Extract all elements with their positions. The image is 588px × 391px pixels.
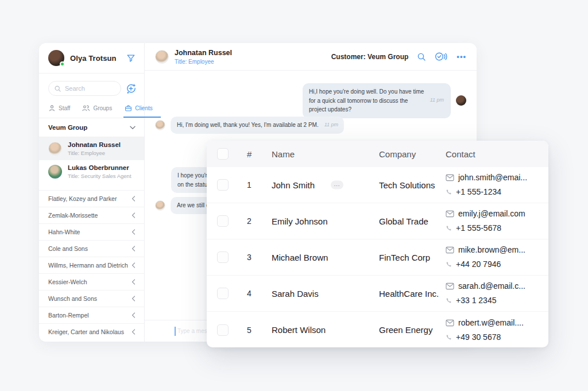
chevron-left-icon <box>131 246 136 251</box>
group-name: Veum Group <box>48 124 87 131</box>
phone-text[interactable]: +1 555-1234 <box>456 185 501 199</box>
message-time: 11 pm <box>430 96 444 104</box>
chevron-left-icon <box>131 312 136 318</box>
company-item[interactable]: Hahn-White <box>39 223 144 240</box>
contact-title: Title: Security Sales Agent <box>68 173 131 179</box>
message-outgoing: Hi,I hope you're doing well. Do you have… <box>303 83 466 118</box>
contact-cell: sarah.d@email.c... +33 1 2345 <box>446 279 538 308</box>
chevron-left-icon <box>131 329 136 335</box>
search-icon <box>54 85 61 92</box>
row-checkbox[interactable] <box>217 251 229 263</box>
company-name: Flatley, Kozey and Parker <box>48 195 117 202</box>
email-text[interactable]: mike.brown@em... <box>458 243 525 257</box>
column-header-company: Company <box>379 149 446 159</box>
new-chat-icon[interactable] <box>126 83 137 94</box>
sidebar: Olya Trotsun Search Staff <box>39 43 145 342</box>
tabs: Staff Groups Clients <box>39 100 144 118</box>
read-status-icon[interactable] <box>435 52 448 61</box>
tab-label: Groups <box>93 105 112 111</box>
row-checkbox[interactable] <box>217 324 229 336</box>
company-cell: Green Energy <box>379 325 446 335</box>
online-status-dot <box>60 61 65 67</box>
contact-cell: emily.j@email.com +1 555-5678 <box>446 207 538 235</box>
email-text[interactable]: sarah.d@email.c... <box>458 279 525 293</box>
company-item[interactable]: Barton-Rempel <box>39 307 144 323</box>
email-icon <box>446 246 454 254</box>
table-row: 4 Sarah Davis HealthCare Inc. sarah.d@em… <box>207 276 548 312</box>
message-text: Hi, I'm doing well, thank you! Yes, I'm … <box>177 121 319 130</box>
company-item[interactable]: Willms, Hermann and Dietrich <box>39 257 144 273</box>
filter-icon[interactable] <box>126 53 136 63</box>
row-number: 1 <box>247 180 272 189</box>
row-checkbox[interactable] <box>217 288 229 299</box>
contact-name-cell: John Smith... <box>272 180 379 190</box>
phone-text[interactable]: +49 30 5678 <box>456 330 501 344</box>
message-bubble: Hi, I'm doing well, thank you! Yes, I'm … <box>171 117 344 134</box>
column-header-name: Name <box>272 149 379 159</box>
contact-cell: mike.brown@em... +44 20 7946 <box>446 243 538 272</box>
row-menu-icon[interactable]: ... <box>331 181 343 189</box>
table-row: 1 John Smith... Tech Solutions john.smit… <box>207 167 548 203</box>
phone-icon <box>446 189 452 195</box>
customer-label: Customer: Veum Group <box>331 53 409 61</box>
search-chat-icon[interactable] <box>417 52 426 61</box>
company-name: Wunsch and Sons <box>48 295 97 302</box>
chevron-left-icon <box>131 296 136 301</box>
profile-name: Olya Trotsun <box>70 54 126 63</box>
search-input[interactable]: Search <box>48 81 121 96</box>
chevron-left-icon <box>131 212 136 218</box>
company-cell: FinTech Corp <box>379 253 446 262</box>
company-cell: Tech Solutions <box>379 180 446 190</box>
message-bubble: Hi,I hope you're doing well. Do you have… <box>303 83 451 118</box>
email-icon <box>446 174 454 181</box>
chat-contact-name: Johnatan Russel <box>175 49 232 57</box>
email-text[interactable]: robert.w@email.... <box>458 316 524 330</box>
phone-text[interactable]: +33 1 2345 <box>456 293 496 308</box>
email-text[interactable]: emily.j@email.com <box>458 207 525 221</box>
company-item[interactable]: Kessier-Welch <box>39 273 144 290</box>
avatar <box>48 165 62 179</box>
company-item[interactable]: Kreiger, Carter and Nikolaus <box>39 323 144 340</box>
phone-text[interactable]: +1 555-5678 <box>456 221 501 235</box>
email-text[interactable]: john.smith@emai... <box>458 171 527 185</box>
tab-staff[interactable]: Staff <box>48 104 70 118</box>
contact-cell: robert.w@email.... +49 30 5678 <box>446 316 538 344</box>
row-number: 2 <box>247 216 272 226</box>
phone-text[interactable]: +44 20 7946 <box>456 257 501 272</box>
phone-icon <box>446 297 452 304</box>
contact-cell: john.smith@emai... +1 555-1234 <box>446 171 538 199</box>
company-item[interactable]: Cole and Sons <box>39 240 144 257</box>
company-item[interactable]: Flatley, Kozey and Parker <box>39 190 144 207</box>
search-placeholder: Search <box>65 85 85 92</box>
company-item[interactable]: Wunsch and Sons <box>39 290 144 307</box>
company-name: Hahn-White <box>48 229 80 235</box>
row-number: 3 <box>247 253 272 262</box>
contact-name: Lukas Oberbrunner <box>68 164 131 172</box>
contact-name: Johnatan Russel <box>68 141 121 149</box>
contact-name-cell: Michael Brown <box>272 253 379 262</box>
company-cell: HealthCare Inc. <box>379 289 446 299</box>
row-number: 4 <box>247 289 272 298</box>
phone-icon <box>446 334 452 340</box>
contact-johnatan-russel[interactable]: Johnatan Russel Title: Employee <box>39 137 144 160</box>
tab-groups[interactable]: Groups <box>82 104 112 118</box>
chat-contact-title: Title: Employee <box>175 59 232 65</box>
company-item[interactable]: Zemlak-Morissette <box>39 207 144 223</box>
message-incoming: Hi, I'm doing well, thank you! Yes, I'm … <box>155 117 344 134</box>
chevron-left-icon <box>131 196 136 202</box>
contact-lukas-oberbrunner[interactable]: Lukas Oberbrunner Title: Security Sales … <box>39 160 144 183</box>
avatar <box>48 142 62 156</box>
chevron-down-icon <box>130 126 136 130</box>
chevron-left-icon <box>131 279 136 285</box>
column-header-contact: Contact <box>446 149 538 159</box>
more-options-icon[interactable]: ••• <box>457 53 466 60</box>
contact-name-cell: Sarah Davis <box>272 289 379 299</box>
group-header-veum-group[interactable]: Veum Group <box>39 118 144 137</box>
row-checkbox[interactable] <box>217 215 229 227</box>
avatar <box>48 50 64 66</box>
company-name: Barton-Rempel <box>48 312 89 319</box>
select-all-checkbox[interactable] <box>217 148 229 160</box>
company-name: Cole and Sons <box>48 245 88 252</box>
row-checkbox[interactable] <box>217 179 229 191</box>
company-name: Kreiger, Carter and Nikolaus <box>48 328 124 335</box>
